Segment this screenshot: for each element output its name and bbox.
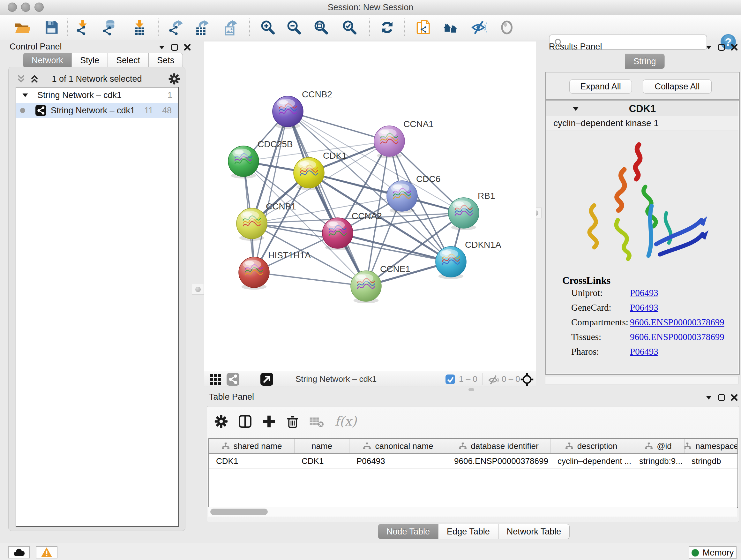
crosslink-link[interactable]: 9606.ENSP00000378699 <box>630 332 724 347</box>
column-header-canonical-name[interactable]: canonical name <box>349 439 447 453</box>
network-options-gear-icon[interactable] <box>168 73 180 85</box>
panel-collapse-icon[interactable] <box>158 43 166 51</box>
tab-style[interactable]: Style <box>72 53 108 68</box>
table-close-icon[interactable] <box>730 393 738 401</box>
crosslink-link[interactable]: 9606.ENSP00000378699 <box>630 317 724 332</box>
warnings-button[interactable] <box>36 546 57 558</box>
delete-column-trash-icon[interactable] <box>286 415 300 428</box>
protein-header-row[interactable]: CDK1 <box>546 101 738 116</box>
tab-network[interactable]: Network <box>23 53 72 68</box>
selected-checkbox-icon[interactable] <box>446 374 455 384</box>
table-cell: cyclin–dependent ... <box>550 454 632 469</box>
table-header-row: shared namenamecanonical namedatabase id… <box>209 439 738 454</box>
expand-all-button[interactable]: Expand All <box>569 79 632 94</box>
save-session-button[interactable] <box>42 18 61 37</box>
grid-view-icon[interactable] <box>209 373 222 386</box>
panel-float-icon[interactable] <box>171 43 179 51</box>
node-CDC25B[interactable] <box>228 146 259 179</box>
collection-disclosure-icon[interactable] <box>21 91 29 99</box>
tab-network-table[interactable]: Network Table <box>498 524 570 539</box>
tab-node-table[interactable]: Node Table <box>378 524 439 539</box>
table-hscrollbar-track[interactable] <box>208 507 737 516</box>
node-CCNB1[interactable] <box>237 208 267 241</box>
zoom-in-button[interactable] <box>258 18 278 37</box>
table-row[interactable]: CDK1CDK1P064939606.ENSP00000378699cyclin… <box>209 454 738 469</box>
table-float-icon[interactable] <box>718 393 726 401</box>
table-hscrollbar-thumb[interactable] <box>210 509 268 515</box>
open-session-button[interactable] <box>12 18 32 37</box>
table-settings-gear-icon[interactable] <box>214 415 228 428</box>
cloud-button[interactable] <box>8 546 30 558</box>
tab-select[interactable]: Select <box>108 53 149 68</box>
import-table-from-file-button[interactable] <box>130 18 149 37</box>
import-network-from-database-button[interactable] <box>100 18 120 37</box>
open-in-new-window-icon[interactable] <box>260 373 273 386</box>
node-CDK1[interactable] <box>293 158 324 190</box>
node-CDC6[interactable] <box>387 181 417 213</box>
table-cell: stringdb <box>684 454 738 469</box>
node-CDKN1A[interactable] <box>435 246 466 279</box>
table-collapse-icon[interactable] <box>704 393 713 401</box>
column-header-name[interactable]: name <box>294 439 349 453</box>
node-CCNA1[interactable] <box>374 126 405 159</box>
column-header-namespace[interactable]: namespace <box>684 439 738 453</box>
tab-edge-table[interactable]: Edge Table <box>439 524 498 539</box>
results-collapse-icon[interactable] <box>704 43 713 51</box>
results-float-icon[interactable] <box>718 43 726 51</box>
edge-CCNA2-CDKN1A[interactable] <box>338 233 451 262</box>
tab-sets[interactable]: Sets <box>149 53 183 68</box>
main-toolbar: ? <box>0 15 741 40</box>
crosslink-row: Pharos:P06493 <box>571 347 737 361</box>
hide-selection-button[interactable] <box>469 18 489 37</box>
show-all-button[interactable] <box>497 18 517 37</box>
network-column-icon <box>684 442 691 450</box>
network-row[interactable]: String Network – cdk1 11 48 <box>16 103 178 118</box>
crosslink-row: Compartments:9606.ENSP00000378699 <box>571 317 737 332</box>
birdseye-crosshair-icon[interactable] <box>520 373 534 386</box>
crosslink-link[interactable]: P06493 <box>630 288 658 302</box>
table-panel-title: Table Panel <box>209 392 254 402</box>
tab-string[interactable]: String <box>625 54 665 69</box>
expand-collapse-box: Expand All Collapse All <box>545 72 740 100</box>
delete-table-icon <box>309 415 324 428</box>
node-HIST1H1A[interactable] <box>239 257 269 290</box>
create-column-plus-icon[interactable] <box>262 415 276 428</box>
string-network-icon <box>36 105 46 116</box>
column-header-description[interactable]: description <box>550 439 632 453</box>
table-tabs: Node TableEdge TableNetwork Table <box>378 524 569 539</box>
collapse-all-button[interactable]: Collapse All <box>643 79 712 94</box>
crosslink-link[interactable]: P06493 <box>630 302 658 317</box>
panel-close-icon[interactable] <box>183 43 192 51</box>
zoom-selected-region-button[interactable] <box>340 18 360 37</box>
column-header-@id[interactable]: @id <box>632 439 684 453</box>
show-columns-icon[interactable] <box>238 414 253 429</box>
column-header-shared-name[interactable]: shared name <box>209 439 294 453</box>
node-table[interactable]: shared namenamecanonical namedatabase id… <box>208 438 738 508</box>
crosslink-label: Uniprot: <box>571 288 630 302</box>
new-network-from-selection-button[interactable] <box>414 18 434 37</box>
column-header-database-identifier[interactable]: database identifier <box>447 439 550 453</box>
toolbar-separator <box>369 18 370 36</box>
zoom-out-button[interactable] <box>284 18 304 37</box>
export-network-button[interactable] <box>166 18 186 37</box>
network-collection-row[interactable]: String Network – cdk1 1 <box>16 87 178 103</box>
export-table-button[interactable] <box>192 18 212 37</box>
string-view-icon[interactable] <box>226 373 239 386</box>
left-splitter-handle[interactable] <box>192 284 204 295</box>
network-canvas[interactable]: CCNB2CCNA1CDC25BCDK1CDC6RB1CCNB1CCNA2CDK… <box>204 42 536 371</box>
first-neighbors-button[interactable] <box>441 18 461 37</box>
column-label: shared name <box>233 441 282 451</box>
results-close-icon[interactable] <box>730 43 738 51</box>
memory-button[interactable]: Memory <box>689 546 737 559</box>
zoom-fit-content-button[interactable] <box>312 18 331 37</box>
refresh-network-view-button[interactable] <box>377 18 397 37</box>
import-network-from-file-button[interactable] <box>73 18 92 37</box>
results-scrollbar-track[interactable] <box>545 376 738 384</box>
edge-CCNB2-CCNA1[interactable] <box>288 111 389 141</box>
node-CCNE1[interactable] <box>351 271 381 303</box>
node-RB1[interactable] <box>448 198 479 230</box>
edge-HIST1H1A-CCNE1[interactable] <box>254 272 366 286</box>
export-image-button[interactable] <box>220 18 240 37</box>
table-panel-body: f(x) shared namenamecanonical namedataba… <box>207 406 739 522</box>
crosslink-link[interactable]: P06493 <box>630 347 658 361</box>
